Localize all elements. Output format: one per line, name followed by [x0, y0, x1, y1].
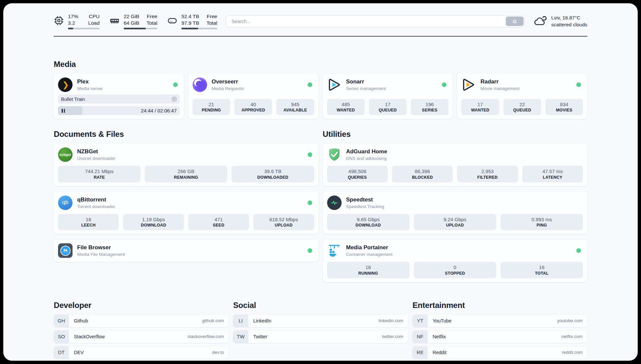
cpu-label: CPU [88, 13, 100, 20]
app-description: Media File Management [77, 252, 125, 257]
app-description: Torrent downloader [77, 204, 115, 209]
bookmark-stackoverflow[interactable]: SO StackOverflow stackoverflow.com [54, 330, 229, 343]
bookmark-abbr: SO [54, 330, 69, 343]
bookmark-youtube[interactable]: YT YouTube youtube.com [412, 315, 587, 327]
section-title-utilities: Utilities [323, 130, 588, 139]
bookmark-url: youtube.com [557, 318, 583, 323]
app-card-radarr[interactable]: Radarr Movie management 17 WANTED 22 QUE… [457, 74, 587, 119]
bookmark-netflix[interactable]: NF Netflix netflix.com [412, 330, 587, 343]
bookmark-reddit[interactable]: RE Reddit reddit.com [412, 346, 587, 359]
app-card-plex[interactable]: ❯ Plex Media server Bullet Train [54, 74, 184, 119]
session-icon[interactable] [172, 97, 177, 102]
stat-approved: 40 APPROVED [234, 99, 272, 115]
stat-seed: 471 SEED [188, 214, 249, 230]
weather-location-temp: Lviv, 16.87°C [551, 15, 587, 21]
speedtest-icon [327, 196, 342, 210]
stat-filtered: 2,953 FILTERED [457, 166, 518, 182]
app-description: Series management [346, 86, 386, 91]
ram-total-label: Total [146, 20, 157, 26]
pause-icon[interactable] [62, 109, 65, 113]
bookmark-abbr: GH [54, 315, 69, 327]
now-playing-title: Bullet Train [61, 97, 85, 102]
cpu-widget: 17% 3.2 CPU Load [54, 13, 100, 29]
app-card-qbittorrent[interactable]: qb qBittorrent Torrent downloader 16 [54, 192, 319, 234]
stat-download: 9.65 Gbps DOWNLOAD [327, 214, 410, 230]
app-card-overseerr[interactable]: Overseerr Media Requests 21 PENDING 40 A… [188, 74, 319, 119]
ram-free-label: Free [146, 13, 157, 20]
bookmark-linkedin[interactable]: LI LinkedIn linkedin.com [233, 315, 408, 327]
app-name: qBittorrent [77, 197, 115, 203]
bookmark-name: StackOverflow [74, 334, 105, 339]
bookmark-abbr: TW [233, 330, 248, 343]
disk-icon [167, 15, 177, 27]
app-name: Radarr [480, 78, 520, 85]
search-input[interactable] [226, 15, 525, 27]
bookmark-abbr: DT [54, 346, 69, 359]
stat-queued: 17 QUEUED [369, 99, 407, 115]
section-title-entertainment: Entertainment [412, 301, 587, 310]
stat-queued: 22 QUEUED [504, 99, 541, 115]
status-dot [576, 82, 581, 87]
search-engine-button[interactable]: G [506, 16, 524, 26]
cpu-load-value: 3.2 [68, 20, 78, 26]
cpu-progress-bar [68, 28, 100, 29]
bookmark-name: Reddit [433, 350, 446, 355]
bookmark-dev[interactable]: DT DEV dev.to [54, 346, 229, 359]
bookmark-group-social: Social LI LinkedIn linkedin.com TW Twitt… [233, 301, 408, 359]
bookmark-abbr: YT [412, 315, 428, 327]
section-title-social: Social [233, 301, 408, 310]
app-name: Speedtest [346, 197, 384, 203]
app-description: DNS and adblocking [346, 156, 387, 161]
bookmark-url: stackoverflow.com [188, 334, 224, 339]
nzbget-icon: nzbget [58, 147, 73, 162]
bookmark-abbr: NF [412, 330, 428, 343]
stat-leech: 16 LEECH [58, 214, 119, 230]
ram-widget: 22 GiB 64 GiB Free Total [109, 13, 157, 29]
status-dot [308, 248, 312, 253]
bookmark-url: reddit.com [562, 350, 583, 355]
stat-download: 1.19 Gbps DOWNLOAD [123, 214, 184, 230]
app-name: Plex [77, 78, 103, 85]
stat-ping: 0.993 ms PING [501, 214, 583, 230]
status-dot [308, 200, 312, 205]
bookmark-abbr: RE [412, 346, 428, 359]
app-card-speedtest[interactable]: Speedtest Speedtest Tracking 9.65 Gbps D… [323, 192, 588, 234]
app-description: Usenet downloader [77, 156, 115, 161]
app-name: File Browser [77, 244, 125, 251]
bookmark-url: netflix.com [561, 334, 583, 339]
section-title-media: Media [54, 60, 587, 69]
app-description: Media server [77, 86, 103, 91]
bookmark-group-developer: Developer GH Github github.com SO StackO… [54, 301, 229, 359]
bookmark-name: Twitter [253, 334, 267, 339]
bookmark-name: YouTube [433, 318, 451, 323]
app-description: Speedtest Tracking [346, 204, 384, 209]
app-name: Overseerr [212, 78, 244, 85]
stat-total: 16 TOTAL [501, 262, 583, 278]
bookmark-url: github.com [202, 318, 224, 323]
weather-widget: Lviv, 16.87°C scattered clouds [534, 15, 587, 28]
bookmark-group-entertainment: Entertainment YT YouTube youtube.com NF … [412, 301, 587, 359]
plex-icon: ❯ [58, 77, 73, 92]
status-dot [442, 82, 446, 87]
bookmark-github[interactable]: GH Github github.com [54, 315, 229, 327]
stat-movies: 834 MOVIES [545, 99, 583, 115]
app-card-sonarr[interactable]: Sonarr Series management 485 WANTED 17 Q… [323, 74, 453, 119]
playback-time: 24:44 / 02:06:47 [141, 108, 176, 113]
app-card-nzbget[interactable]: nzbget NZBGet Usenet downloader 744.21 M… [54, 143, 319, 186]
app-card-portainer[interactable]: Media Portainer Container management 16 … [323, 239, 588, 282]
stat-rate: 744.21 Mbps RATE [58, 166, 140, 182]
stat-downloaded: 39.6 TB DOWNLOADED [231, 166, 314, 182]
app-card-adguard[interactable]: AdGuard Home DNS and adblocking 498,508 … [323, 143, 588, 186]
app-description: Container management [346, 252, 393, 257]
disk-free-value: 52.4 TB [181, 13, 199, 20]
stat-series: 196 SERIES [411, 99, 448, 115]
app-name: NZBGet [77, 148, 115, 155]
stat-stopped: 0 STOPPED [414, 262, 496, 278]
bookmark-twitter[interactable]: TW Twitter twitter.com [233, 330, 408, 343]
now-playing-row: Bullet Train [58, 95, 180, 104]
stat-wanted: 485 WANTED [327, 99, 365, 115]
app-card-filebrowser[interactable]: File Browser Media File Management [54, 239, 319, 262]
sonarr-icon [327, 77, 342, 92]
ram-progress-bar [124, 28, 157, 29]
cloud-icon [534, 15, 547, 28]
